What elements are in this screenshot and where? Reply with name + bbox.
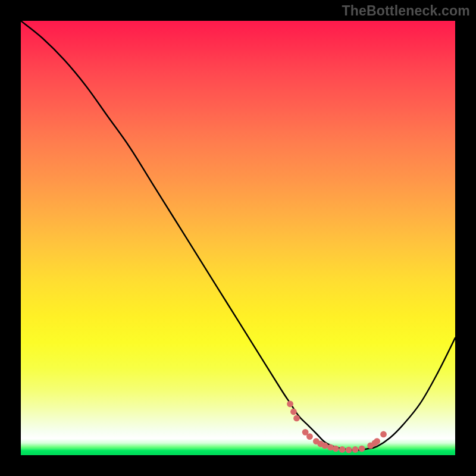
trough-marker (322, 443, 328, 449)
trough-marker (359, 446, 365, 452)
trough-marker (380, 431, 387, 438)
trough-marker (333, 446, 339, 452)
trough-marker (339, 446, 346, 453)
chart-container: TheBottleneck.com (0, 0, 476, 476)
trough-marker (374, 438, 380, 444)
trough-marker (306, 433, 313, 440)
trough-marker (287, 400, 293, 407)
bottleneck-curve (21, 21, 455, 450)
trough-marker (352, 446, 359, 453)
trough-marker (346, 447, 352, 453)
watermark-text: TheBottleneck.com (342, 3, 470, 19)
trough-marker (290, 409, 297, 415)
trough-markers (287, 400, 387, 453)
plot-area (21, 21, 455, 455)
curve-svg (21, 21, 455, 455)
trough-marker (293, 415, 300, 422)
